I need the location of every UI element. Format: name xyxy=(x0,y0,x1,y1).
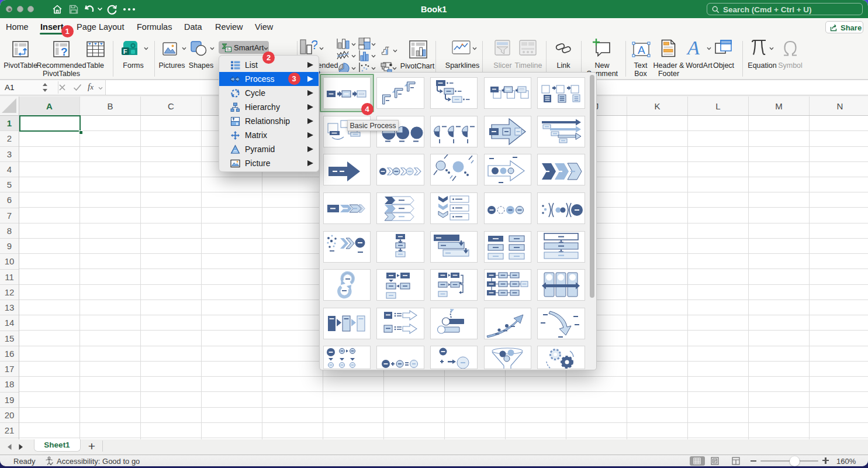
svg-text:A: A xyxy=(638,44,645,56)
svg-text:?: ? xyxy=(311,37,317,52)
svg-text:F: F xyxy=(123,48,127,55)
svg-text:A: A xyxy=(686,37,700,57)
svg-text:?: ? xyxy=(61,46,68,57)
